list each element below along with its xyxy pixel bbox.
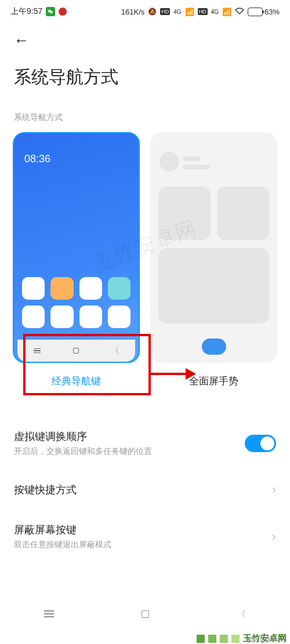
mute-icon: 🔕 [148,8,157,16]
row-title: 虚拟键调换顺序 [14,430,152,443]
svg-point-1 [50,11,53,13]
system-nav-bar: 〈 [0,602,290,625]
page-header: ← 系统导航方式 系统导航方式 [0,23,290,123]
section-label: 系统导航方式 [14,112,276,123]
wechat-icon [46,7,55,16]
row-swap-keys[interactable]: 虚拟键调换顺序 开启后，交换返回键和多任务键的位置 [14,417,276,470]
settings-list: 虚拟键调换顺序 开启后，交换返回键和多任务键的位置 按键快捷方式 › 屏蔽屏幕按… [0,417,290,563]
home-button[interactable] [142,610,149,618]
app-icon [50,277,73,300]
gesture-pill-icon [202,339,226,355]
chevron-right-icon: › [272,529,276,544]
swap-keys-toggle[interactable] [245,435,276,452]
row-title: 屏蔽屏幕按键 [14,523,111,537]
classic-nav-preview: 08:36 〈 [13,132,140,363]
option-gesture-nav[interactable]: 全面屏手势 [150,132,277,388]
status-right: 161K/s 🔕 HD 4G 📶 HD 4G 📶 63% [121,8,280,16]
4g-signal-1: 4G [173,9,181,15]
wm-block-icon [220,635,228,643]
option-classic-nav[interactable]: 08:36 〈 经典导航键 [13,132,140,388]
hs-page-dots [71,334,81,336]
row-block-keys[interactable]: 屏蔽屏幕按键 双击任意按键退出屏蔽模式 › [14,510,276,563]
status-bar: 上午9:57 161K/s 🔕 HD 4G 📶 HD 4G 📶 63% [0,0,290,23]
navigation-options: 08:36 〈 经典导航键 [0,123,290,388]
back-button[interactable]: 〈 [237,608,246,620]
wm-block-icon [197,635,205,643]
app-icon [108,305,130,328]
wifi-icon [235,8,244,16]
skeleton-block [158,248,269,323]
hd-icon-1: HD [160,8,170,15]
skeleton-avatar [160,152,179,172]
skeleton-block [217,187,269,240]
app-icon [22,277,45,300]
battery-icon: 63% [248,8,280,16]
option-label-gesture: 全面屏手势 [189,374,238,388]
hs-app-grid [22,277,130,329]
option-label-classic: 经典导航键 [52,374,101,388]
hs-navbar-preview: 〈 [17,340,135,362]
skeleton-line [183,165,211,169]
back-button[interactable]: ← [14,31,276,49]
app-icon [79,305,102,328]
wm-block-icon [231,635,240,643]
notification-icon [59,8,67,16]
menu-icon [34,348,41,354]
4g-signal-2: 4G [211,9,219,15]
network-speed: 161K/s [121,8,144,16]
back-icon: 〈 [111,345,119,356]
status-left: 上午9:57 [10,6,67,17]
row-title: 按键快捷方式 [14,483,77,497]
app-icon [79,277,102,300]
battery-percent: 63% [264,8,280,16]
skeleton-block [158,187,211,240]
row-sub: 双击任意按键退出屏蔽模式 [14,540,111,550]
wm-block-icon [208,635,216,643]
status-time: 上午9:57 [10,6,42,17]
app-icon [22,305,45,328]
chevron-right-icon: › [272,482,276,497]
skeleton-line [183,157,200,161]
recent-apps-button[interactable] [44,610,54,617]
page-title: 系统导航方式 [14,66,276,89]
signal-icon-1: 📶 [185,8,194,16]
hs-clock: 08:36 [24,153,50,165]
app-icon [50,305,73,328]
watermark-url: yzlangcha.com [248,636,287,643]
row-key-shortcut[interactable]: 按键快捷方式 › [14,470,276,510]
signal-icon-2: 📶 [222,8,231,16]
row-sub: 开启后，交换返回键和多任务键的位置 [14,446,152,457]
hd-icon-2: HD [198,8,208,15]
home-icon [73,348,79,354]
app-icon [108,277,130,300]
gesture-nav-preview [150,132,277,363]
